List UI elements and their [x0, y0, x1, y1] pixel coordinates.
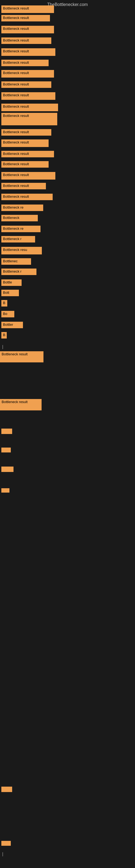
bottleneck-bar-12: Bottleneck result	[1, 140, 49, 147]
bottleneck-bar-10: Bottleneck result	[1, 113, 57, 125]
bottleneck-bar-2: Bottleneck result	[1, 26, 54, 33]
bottleneck-bar-11: Bottleneck result	[1, 129, 51, 135]
cursor-indicator: |	[2, 344, 3, 349]
bottleneck-bar-27: B	[1, 300, 7, 307]
bottleneck-bar-5: Bottleneck result	[1, 60, 49, 66]
bottleneck-bar-1: Bottleneck result	[1, 15, 50, 22]
bottleneck-bar-37	[1, 786, 12, 792]
bottleneck-bar-8: Bottleneck result	[1, 92, 55, 100]
bottleneck-bar-20: Bottleneck re	[1, 226, 41, 232]
bottleneck-bar-26: Bott	[1, 290, 19, 296]
bottleneck-bar-6: Bottleneck result	[1, 70, 54, 78]
bottleneck-bar-14: Bottleneck result	[1, 161, 49, 167]
bottleneck-bar-32: Bottleneck result	[0, 399, 42, 410]
bottleneck-bar-33	[1, 429, 12, 434]
bottleneck-bar-22: Bottleneck resu	[1, 247, 42, 254]
bottleneck-bar-18: Bottleneck re	[1, 205, 43, 211]
bottleneck-bar-36	[1, 488, 9, 493]
bottleneck-bar-4: Bottleneck result	[1, 48, 55, 56]
bottleneck-bar-16: Bottleneck result	[1, 183, 46, 189]
bottleneck-bar-31: Bottleneck result	[0, 351, 43, 362]
bottleneck-bar-19: Bottleneck	[1, 215, 38, 221]
bottleneck-bar-21: Bottleneck r	[1, 236, 35, 243]
bottleneck-bar-9: Bottleneck result	[1, 104, 58, 111]
bottleneck-bar-0: Bottleneck result	[1, 5, 54, 13]
bottleneck-bar-28: Bo	[1, 311, 14, 317]
bottleneck-bar-25: Bottle	[1, 279, 21, 286]
bottleneck-bar-7: Bottleneck result	[1, 82, 51, 88]
bottleneck-bar-24: Bottleneck r	[1, 269, 37, 275]
bottleneck-bar-30: B	[1, 332, 7, 339]
bottleneck-bar-3: Bottleneck result	[1, 37, 51, 44]
bottleneck-bar-38	[1, 841, 11, 846]
bottleneck-bar-29: Bottler	[1, 322, 23, 328]
bottleneck-bar-17: Bottleneck result	[1, 194, 53, 200]
bottleneck-bar-13: Bottleneck result	[1, 151, 54, 157]
cursor-indicator-2: |	[2, 852, 3, 857]
bottleneck-bar-34	[1, 447, 11, 453]
bottleneck-bar-35	[1, 467, 13, 472]
bottleneck-bar-15: Bottleneck result	[1, 172, 55, 180]
bottleneck-bar-23: Bottlenec	[1, 258, 31, 265]
